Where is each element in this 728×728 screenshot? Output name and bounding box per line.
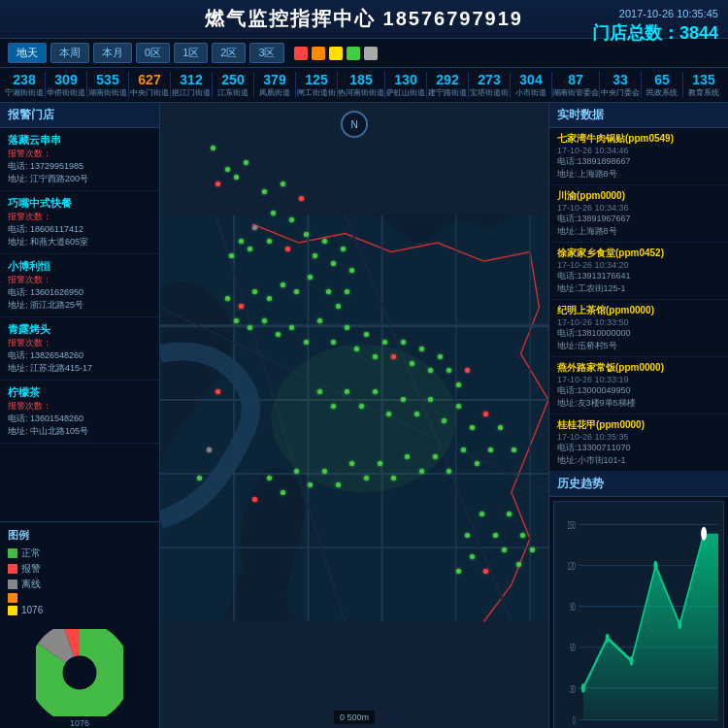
stat-label: 闸工街道街 [296,87,337,98]
map-dot [304,232,309,237]
alert-item[interactable]: 柠檬茶 报警次数： 电话: 13601548260 地址: 中山北路105号 [0,381,159,444]
map-dot [252,497,257,502]
legend-row: 报警 [8,562,151,576]
stat-label: 教育系统 [683,87,724,98]
realtime-item[interactable]: 燕外路家常饭(ppm0000) 17-10-26 10:33:19 电话:130… [549,357,728,414]
legend-color-dot [364,47,378,60]
left-panel: 报警门店 落藏云串串 报警次数： 电话: 13729951985 地址: 江宁西… [0,103,160,728]
map-dot [401,397,406,402]
stat-item[interactable]: 238宁湘街街道 [4,72,46,98]
realtime-phone: 电话:13300711070 [557,442,720,454]
map-dot [331,404,336,409]
stats-row: 238宁湘街街道309华侨街街道535湖南街街道627中央门街道312挹江门街道… [0,68,728,103]
map-dot [336,304,341,309]
map-dot [419,469,424,474]
map-dot [410,361,414,366]
map-dot [341,247,346,251]
alert-item[interactable]: 巧嘴中式快餐 报警次数： 电话: 18606117412 地址: 和燕大道605… [0,191,159,254]
realtime-item[interactable]: 徐家家乡食堂(ppm0452) 17-10-26 10:34:20 电话:139… [549,243,728,300]
compass: N [341,111,368,138]
alert-name: 落藏云串串 [8,133,151,148]
map-dot [207,447,212,452]
stat-item[interactable]: 535湖南街街道 [87,72,129,98]
legend-row: 离线 [8,578,151,591]
legend-color [8,579,17,589]
realtime-phone: 电话:13891898667 [557,155,720,168]
stat-item[interactable]: 135教育系统 [683,72,724,98]
stat-value: 292 [427,72,468,87]
nav-btn-3区[interactable]: 3区 [249,43,283,63]
map-dot [267,476,272,480]
realtime-item[interactable]: 七家湾牛肉锅贴(ppm0549) 17-10-26 10:34:46 电话:13… [549,128,728,185]
stat-item[interactable]: 273宝塔街道街 [469,72,511,98]
stat-item[interactable]: 379凤凰街道 [254,72,296,98]
realtime-list: 七家湾牛肉锅贴(ppm0549) 17-10-26 10:34:46 电话:13… [549,128,728,472]
map-dot [456,382,461,387]
legend-color [8,564,17,574]
realtime-item[interactable]: 川渝(ppm0000) 17-10-26 10:34:36 电话:1389196… [549,185,728,243]
nav-buttons: 地天本周本月0区1区2区3区 [8,43,284,63]
map-dot [299,196,304,201]
alert-item[interactable]: 落藏云串串 报警次数： 电话: 13729951985 地址: 江宁西路200号 [0,128,159,191]
stat-item[interactable]: 87湖南街管委会 [552,72,600,98]
stat-item[interactable]: 33中央门委会 [600,72,642,98]
map-dot [267,239,272,244]
map-dot [461,447,466,452]
svg-point-36 [701,527,707,541]
map-dot [530,547,535,552]
stat-item[interactable]: 130萨虹山街道 [385,72,427,98]
nav-btn-2区[interactable]: 2区 [212,43,246,63]
stat-item[interactable]: 309华侨街街道 [46,72,87,98]
stat-value: 33 [600,72,641,87]
legend-row: 正常 [8,546,151,560]
realtime-item[interactable]: 纪明上茶馆(ppm0000) 17-10-26 10:33:50 电话:1381… [549,300,728,357]
map-dot [465,533,470,538]
alert-list: 落藏云串串 报警次数： 电话: 13729951985 地址: 江宁西路200号… [0,128,159,521]
nav-btn-地天[interactable]: 地天 [8,43,47,63]
stat-item[interactable]: 627中央门街道 [129,72,171,98]
stat-item[interactable]: 250江东街道 [213,72,254,98]
realtime-item[interactable]: 桂桂花甲(ppm0000) 17-10-26 10:35:35 电话:13300… [549,414,728,472]
map-dot [281,490,285,495]
stat-item[interactable]: 65民政系统 [642,72,683,98]
map-area[interactable]: N 0 500m [160,103,548,728]
map-dot [271,211,276,215]
nav-btn-本月[interactable]: 本月 [93,43,132,63]
svg-text:90: 90 [570,601,576,613]
map-dot [349,461,354,466]
stat-item[interactable]: 185热河南街街道 [338,72,385,98]
stat-item[interactable]: 292建宁路街道 [427,72,469,98]
alert-item[interactable]: 小博利恒 报警次数： 电话: 13601626950 地址: 浙江北路25号 [0,254,159,317]
pie-chart-area: 1076 [0,623,159,728]
nav-btn-0区[interactable]: 0区 [136,43,170,63]
map-dot [317,389,322,394]
alert-item[interactable]: 青露烤头 报警次数： 电话: 13826548260 地址: 江苏北路415-1… [0,317,159,381]
map-dot [414,412,419,416]
legend-title: 图例 [8,528,151,546]
map-dot [354,347,359,351]
map-dot [294,469,299,474]
alert-phone: 电话: 13729951985 [8,160,151,173]
stat-item[interactable]: 304小市街道 [511,72,552,98]
stat-item[interactable]: 312挹江门街道 [171,72,213,98]
map-dot [480,512,484,516]
alert-address: 地址: 浙江北路25号 [8,299,151,312]
legend-color [8,606,17,615]
stat-value: 273 [469,72,510,87]
alert-address: 地址: 江宁西路200号 [8,173,151,185]
alert-name: 柠檬茶 [8,385,151,400]
alert-meta: 报警次数： [8,400,151,413]
nav-btn-本周[interactable]: 本周 [50,43,89,63]
stat-value: 535 [87,72,128,87]
map-dot [465,368,470,373]
map-dot [215,182,220,186]
map-dot [281,182,285,186]
legend-section: 图例 正常 报警 离线 1076 [0,521,159,623]
stat-value: 309 [46,72,86,87]
nav-btn-1区[interactable]: 1区 [174,43,208,63]
stat-item[interactable]: 125闸工街道街 [296,72,338,98]
svg-text:0: 0 [573,714,576,727]
map-dot [248,247,252,251]
realtime-name: 纪明上茶馆(ppm0000) [557,304,720,317]
map-dot [391,354,396,359]
